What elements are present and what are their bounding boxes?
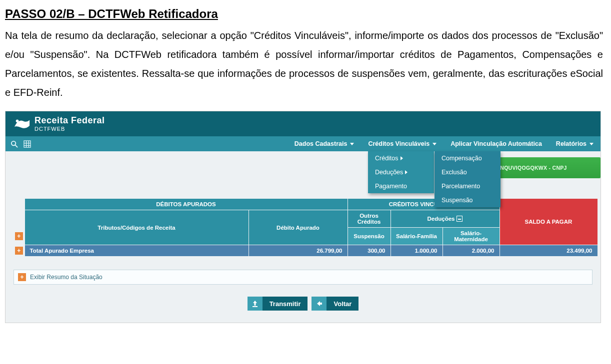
menu-relatorios[interactable]: Relatórios [549, 136, 600, 151]
step-body: Na tela de resumo da declaração, selecio… [5, 26, 603, 102]
dropdown-item-suspensao[interactable]: Suspensão [434, 193, 500, 207]
cell-salario-maternidade: 2.000,00 [442, 245, 500, 257]
contribuinte-badge-label: NQUVIQOGQKWX - CNPJ [500, 165, 566, 171]
transmitir-button[interactable]: Transmitir [262, 297, 308, 311]
hdr-tributos: Tributos/Códigos de Receita [24, 210, 248, 245]
chevron-right-icon [405, 170, 408, 174]
menu-creditos-vinculaveis[interactable]: Créditos Vinculáveis [361, 136, 444, 151]
voltar-group: Voltar [312, 297, 358, 311]
svg-rect-8 [252, 306, 258, 307]
dropdown-item-label: Créditos [375, 155, 398, 162]
receita-federal-logo-icon [12, 115, 32, 132]
hdr-debito-apurado: Débito Apurado [248, 210, 348, 245]
menu-label: Relatórios [556, 140, 586, 147]
dropdown-item-exclusao[interactable]: Exclusão [434, 165, 500, 179]
cell-salario-familia: 1.000,00 [390, 245, 442, 257]
bottom-actions: Transmitir Voltar [6, 297, 600, 311]
menu-label: Aplicar Vinculação Automática [450, 140, 542, 147]
dropdown-creditos-sub: Compensação Exclusão Parcelamento Suspen… [434, 151, 500, 207]
hdr-deducoes-label: Deduções [428, 216, 455, 222]
dropdown-item-label: Exclusão [442, 169, 467, 176]
exibir-resumo-situacao[interactable]: + Exibir Resumo da Situação [14, 270, 592, 285]
expand-icon: + [18, 273, 26, 281]
hdr-suspensao: Suspensão [348, 228, 390, 245]
svg-rect-3 [24, 140, 30, 147]
expand-all-button[interactable]: + [15, 232, 23, 240]
dropdown-item-label: Parcelamento [442, 183, 480, 190]
voltar-button[interactable]: Voltar [326, 297, 358, 311]
table-row-total: + Total Apurado Empresa 26.799,00 300,00… [14, 245, 598, 257]
dropdown-item-creditos[interactable]: Créditos [368, 151, 434, 165]
chevron-down-icon [590, 143, 594, 145]
search-icon[interactable] [10, 139, 18, 148]
dropdown-item-label: Pagamento [375, 183, 407, 190]
transmitir-group: Transmitir [248, 297, 308, 311]
cell-saldo: 23.499,00 [500, 245, 598, 257]
dropdown-item-label: Compensação [442, 155, 482, 162]
cell-label: Total Apurado Empresa [24, 245, 248, 257]
brand-sub: DCTFWEB [34, 126, 105, 132]
upload-icon [248, 297, 262, 311]
menu-bar: Dados Cadastrais Créditos Vinculáveis Ap… [6, 136, 600, 151]
menu-label: Créditos Vinculáveis [368, 140, 430, 147]
dropdown-item-deducoes[interactable]: Deduções [368, 165, 434, 179]
menu-aplicar-vinculacao[interactable]: Aplicar Vinculação Automática [444, 136, 549, 151]
hdr-outros-creditos: Outros Créditos [348, 210, 390, 228]
svg-point-0 [16, 120, 19, 123]
hdr-salario-maternidade: Salário-Maternidade [442, 228, 500, 245]
hdr-saldo: SALDO A PAGAR [500, 199, 598, 245]
hdr-deducoes[interactable]: Deduções [390, 210, 500, 228]
menu-dados-cadastrais[interactable]: Dados Cadastrais [288, 136, 362, 151]
step-title: PASSO 02/B – DCTFWeb Retificadora [5, 7, 606, 21]
contribuinte-badge: NQUVIQOGQKWX - CNPJ [496, 157, 600, 178]
svg-line-2 [15, 145, 18, 147]
menu-label: Dados Cadastrais [294, 140, 348, 147]
dropdown-item-compensacao[interactable]: Compensação [434, 151, 500, 165]
cell-suspensao: 300,00 [348, 245, 390, 257]
expand-row-button[interactable]: + [15, 247, 23, 255]
app-screenshot: Receita Federal DCTFWEB Dados Cadastrais [5, 111, 601, 323]
grid-icon[interactable] [22, 139, 32, 148]
hdr-salario-familia: Salário-Família [390, 228, 442, 245]
dropdown-item-label: Deduções [375, 169, 403, 176]
resumo-label: Exibir Resumo da Situação [30, 274, 102, 281]
chevron-down-icon [350, 143, 354, 145]
collapse-icon [456, 216, 462, 222]
svg-point-1 [11, 141, 15, 145]
cell-debito-apurado: 26.799,00 [248, 245, 348, 257]
dropdown-item-parcelamento[interactable]: Parcelamento [434, 179, 500, 193]
hdr-debitos: DÉBITOS APURADOS [24, 199, 348, 210]
dropdown-item-label: Suspensão [442, 197, 473, 204]
chevron-down-icon [432, 143, 436, 145]
brand-main: Receita Federal [34, 116, 105, 125]
dropdown-item-pagamento[interactable]: Pagamento [368, 179, 434, 193]
chevron-right-icon [400, 156, 403, 160]
summary-table-final: DÉBITOS APURADOS CRÉDITOS VINCULADOS SAL… [14, 198, 592, 257]
back-arrow-icon [312, 297, 326, 311]
brand-bar: Receita Federal DCTFWEB [6, 111, 600, 136]
dropdown-creditos-vinculaveis: Créditos Deduções Pagamento [368, 151, 434, 193]
